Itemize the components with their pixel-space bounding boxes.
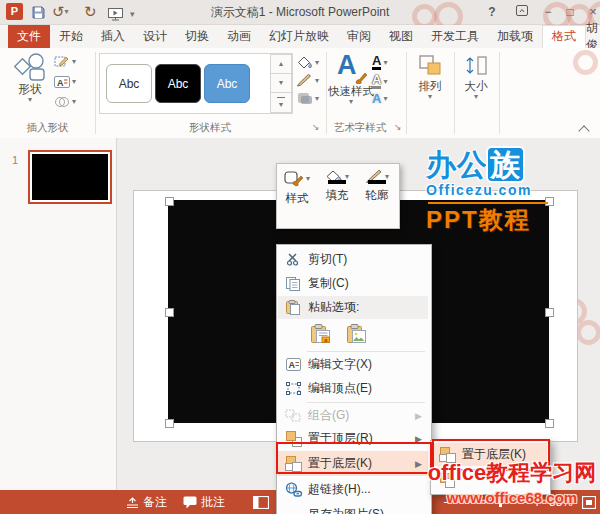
edit-shape-button[interactable]: ▾ — [54, 55, 76, 69]
quick-styles-dropdown-icon: ▾ — [349, 99, 353, 105]
mini-style-icon — [284, 170, 304, 187]
menu-separator — [307, 402, 425, 403]
paste-icon — [286, 300, 300, 315]
undo-button[interactable]: ↺▾ — [52, 2, 69, 22]
redo-button[interactable]: ↻ — [84, 2, 97, 22]
gallery-more-button[interactable]: ▼ — [270, 92, 292, 113]
text-fill-button[interactable]: A ▾ — [372, 55, 387, 70]
slide-thumbnail[interactable] — [28, 150, 112, 204]
user-area[interactable]: 胡俊 ▾ — [586, 25, 600, 48]
shape-outline-button[interactable]: ▾ — [296, 74, 319, 87]
undo-dropdown-icon: ▾ — [65, 9, 69, 15]
mini-fill-label: 填充 — [326, 188, 349, 203]
tab-slideshow[interactable]: 幻灯片放映 — [260, 25, 338, 48]
tab-transitions[interactable]: 切换 — [176, 25, 218, 48]
shape-style-thumb-1[interactable]: Abc — [106, 64, 152, 103]
resize-handle-top-left[interactable] — [165, 197, 174, 206]
mini-outline-button[interactable]: ▾ 轮廓 — [357, 164, 397, 228]
ribbon-display-options-button[interactable] — [512, 3, 532, 21]
text-effects-button[interactable]: A ▾ — [372, 93, 387, 105]
text-box-icon: A — [54, 75, 70, 89]
tab-view[interactable]: 视图 — [380, 25, 422, 48]
shapes-dropdown-icon: ▾ — [28, 97, 32, 103]
help-button[interactable]: ? — [482, 3, 502, 21]
ribbon: 形状 ▾ ▾ A ▾ ▾ 插入形状 Abc Abc Abc ▲ ▼ ▼ ▾ ▾ … — [0, 48, 600, 139]
shapes-button[interactable]: 形状 ▾ — [8, 52, 52, 103]
paste-options-label: 粘贴选项: — [308, 299, 359, 316]
shape-fill-button[interactable]: ▾ — [296, 56, 319, 69]
menu-item-edit-text[interactable]: A 编辑文字(X) — [278, 353, 428, 376]
comments-button[interactable]: 批注 — [183, 490, 225, 514]
group-divider — [454, 52, 455, 134]
tab-file[interactable]: 文件 — [8, 25, 50, 48]
comments-icon — [183, 496, 197, 509]
menu-item-cut[interactable]: 剪切(T) — [278, 248, 428, 271]
powerpoint-app-icon: P — [6, 3, 23, 20]
size-button[interactable]: 大小 ▾ — [456, 53, 496, 100]
office68-title-text: office教程学习网 — [424, 462, 600, 484]
paste-keep-formatting-button[interactable]: a — [308, 321, 334, 347]
menu-item-group[interactable]: 组合(G) ▶ — [278, 404, 428, 427]
normal-view-button[interactable] — [253, 490, 269, 514]
text-outline-button[interactable]: A ▾ — [372, 74, 387, 89]
merge-shapes-button[interactable]: ▾ — [54, 95, 76, 109]
slideshow-icon — [108, 8, 123, 21]
quick-styles-icon: A — [334, 52, 368, 84]
text-box-button[interactable]: A ▾ — [54, 75, 76, 89]
size-dropdown-icon: ▾ — [474, 94, 478, 100]
tab-animations[interactable]: 动画 — [218, 25, 260, 48]
resize-handle-middle-right[interactable] — [545, 308, 554, 317]
resize-handle-bottom-right[interactable] — [545, 419, 554, 428]
tab-review[interactable]: 审阅 — [338, 25, 380, 48]
menu-item-copy[interactable]: 复制(C) — [278, 272, 428, 295]
submenu-arrow-icon: ▶ — [415, 459, 422, 469]
tab-home[interactable]: 开始 — [50, 25, 92, 48]
menu-item-paste-options: 粘贴选项: — [278, 296, 428, 319]
ppt-tutorial-text: PPT教程 — [426, 208, 576, 232]
group-divider — [406, 52, 407, 134]
tab-insert[interactable]: 插入 — [92, 25, 134, 48]
arrange-button[interactable]: 排列 ▾ — [410, 53, 450, 100]
resize-handle-bottom-left[interactable] — [165, 419, 174, 428]
paste-options-row: a — [278, 319, 428, 349]
shape-fill-icon — [296, 56, 313, 69]
bring-to-front-label: 置于顶层(R) — [308, 430, 373, 447]
dropdown-icon: ▾ — [72, 99, 76, 105]
gallery-scroll-down[interactable]: ▼ — [270, 73, 292, 94]
shape-style-thumb-3[interactable]: Abc — [204, 64, 250, 103]
undo-icon: ↺ — [52, 3, 65, 21]
menu-item-save-as-picture[interactable]: 另存为图片(S)... — [278, 503, 428, 514]
mini-style-button[interactable]: ▾ 样式 — [277, 164, 317, 228]
shape-effects-button[interactable]: ▾ — [296, 92, 319, 105]
dropdown-icon: ▾ — [72, 59, 76, 65]
qat-customize-button[interactable]: ▾ — [130, 4, 135, 24]
group-divider — [499, 52, 500, 134]
tab-design[interactable]: 设计 — [134, 25, 176, 48]
send-to-back-label: 置于底层(K) — [308, 455, 372, 472]
dropdown-icon: ▾ — [315, 60, 319, 66]
hyperlink-icon — [285, 482, 302, 497]
shape-style-thumb-2[interactable]: Abc — [155, 64, 201, 103]
notes-icon — [126, 496, 139, 508]
slideshow-button[interactable] — [108, 4, 123, 24]
paste-as-picture-button[interactable] — [344, 321, 370, 347]
mini-fill-button[interactable]: ▾ 填充 — [317, 164, 357, 228]
menu-item-bring-to-front[interactable]: 置于顶层(R) ▶ — [278, 427, 428, 450]
gallery-scroll-up[interactable]: ▲ — [270, 54, 292, 75]
menu-item-hyperlink[interactable]: 超链接(H)... — [278, 478, 428, 501]
save-button[interactable] — [32, 2, 45, 22]
resize-handle-middle-left[interactable] — [165, 308, 174, 317]
wordart-dialog-launcher[interactable]: ↘ — [394, 122, 402, 132]
shape-styles-gallery: Abc Abc Abc ▲ ▼ ▼ — [99, 53, 293, 114]
menu-item-send-to-back[interactable]: 置于底层(K) ▶ — [278, 451, 428, 476]
tab-format[interactable]: 格式 — [542, 25, 586, 48]
tab-developer[interactable]: 开发工具 — [422, 25, 488, 48]
ribbon-tab-bar: 文件 开始 插入 设计 切换 动画 幻灯片放映 审阅 视图 开发工具 加载项 格… — [0, 25, 600, 48]
collapse-ribbon-button[interactable] — [580, 124, 588, 138]
svg-text:A: A — [288, 360, 295, 370]
notes-button[interactable]: 备注 — [126, 490, 167, 514]
shape-styles-dialog-launcher[interactable]: ↘ — [312, 122, 320, 132]
paste-keep-formatting-icon: a — [311, 324, 331, 344]
tab-addins[interactable]: 加载项 — [488, 25, 542, 48]
menu-item-edit-points[interactable]: 编辑顶点(E) — [278, 377, 428, 400]
